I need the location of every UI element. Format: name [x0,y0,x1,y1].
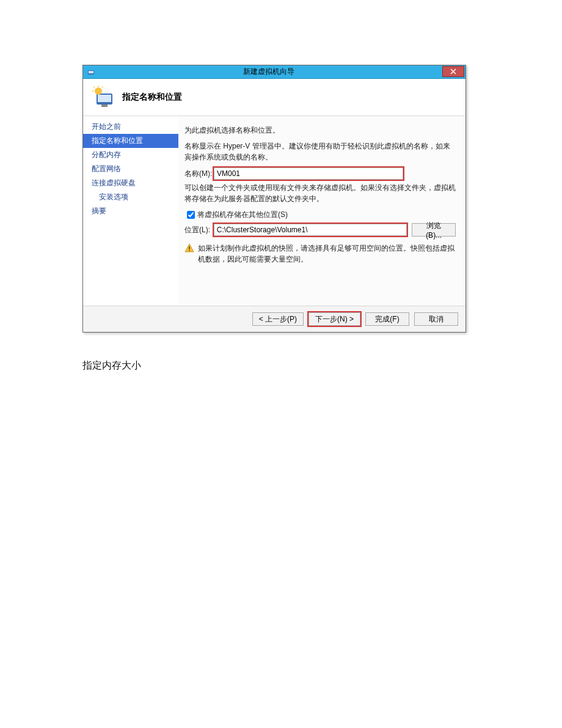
nav-item-3[interactable]: 配置网络 [83,162,178,176]
nav-item-4[interactable]: 连接虚拟硬盘 [83,176,178,190]
svg-rect-14 [189,250,190,251]
location-label: 位置(L): [184,225,214,235]
nav-item-5[interactable]: 安装选项 [83,190,178,204]
svg-line-11 [102,87,103,88]
warning-text: 如果计划制作此虚拟机的快照，请选择具有足够可用空间的位置。快照包括虚拟机数据，因… [198,243,456,265]
folder-desc: 可以创建一个文件夹或使用现有文件夹来存储虚拟机。如果没有选择文件夹，虚拟机将存储… [184,182,456,204]
app-icon [87,68,95,76]
finish-button[interactable]: 完成(F) [365,312,409,326]
page-caption: 指定内存大小 [82,359,480,372]
browse-button[interactable]: 浏览(B)... [412,223,456,237]
wizard-icon [92,85,116,109]
cancel-button[interactable]: 取消 [414,312,458,326]
nav-item-0[interactable]: 开始之前 [83,120,178,134]
svg-rect-13 [189,246,190,249]
title-bar[interactable]: 新建虚拟机向导 [83,65,465,79]
svg-point-7 [95,87,102,95]
warning-icon [184,243,194,255]
location-input[interactable] [214,224,407,236]
intro-text: 为此虚拟机选择名称和位置。 [184,125,456,136]
name-label: 名称(M): [184,169,214,179]
name-row: 名称(M): [184,167,456,180]
next-button[interactable]: 下一步(N) > [308,312,360,326]
name-input[interactable] [214,167,403,180]
window-title: 新建虚拟机向导 [95,67,442,77]
store-other-label[interactable]: 将虚拟机存储在其他位置(S) [197,210,288,220]
location-row: 位置(L): 浏览(B)... [184,223,456,237]
nav-item-6[interactable]: 摘要 [83,204,178,218]
nav-item-2[interactable]: 分配内存 [83,148,178,162]
svg-line-10 [94,87,95,88]
wizard-content: 为此虚拟机选择名称和位置。 名称显示在 Hyper-V 管理器中。建议你使用有助… [178,116,465,306]
wizard-body: 开始之前指定名称和位置分配内存配置网络连接虚拟硬盘安装选项摘要 为此虚拟机选择名… [83,116,465,306]
close-icon [450,68,456,75]
svg-rect-1 [89,71,93,73]
desc-text: 名称显示在 Hyper-V 管理器中。建议你使用有助于轻松识别此虚拟机的名称，如… [184,141,456,163]
svg-rect-5 [98,95,111,102]
nav-item-1[interactable]: 指定名称和位置 [83,134,178,148]
store-other-checkbox[interactable] [187,211,195,219]
wizard-nav: 开始之前指定名称和位置分配内存配置网络连接虚拟硬盘安装选项摘要 [83,116,178,306]
close-button[interactable] [442,66,464,77]
wizard-dialog: 新建虚拟机向导 [82,65,466,333]
warning-row: 如果计划制作此虚拟机的快照，请选择具有足够可用空间的位置。快照包括虚拟机数据，因… [184,243,456,265]
svg-rect-6 [101,105,108,107]
store-other-row: 将虚拟机存储在其他位置(S) [184,209,456,221]
prev-button[interactable]: < 上一步(P) [252,312,304,326]
page-title: 指定名称和位置 [122,92,182,103]
wizard-header: 指定名称和位置 [83,79,465,116]
wizard-footer: < 上一步(P) 下一步(N) > 完成(F) 取消 [83,306,465,332]
